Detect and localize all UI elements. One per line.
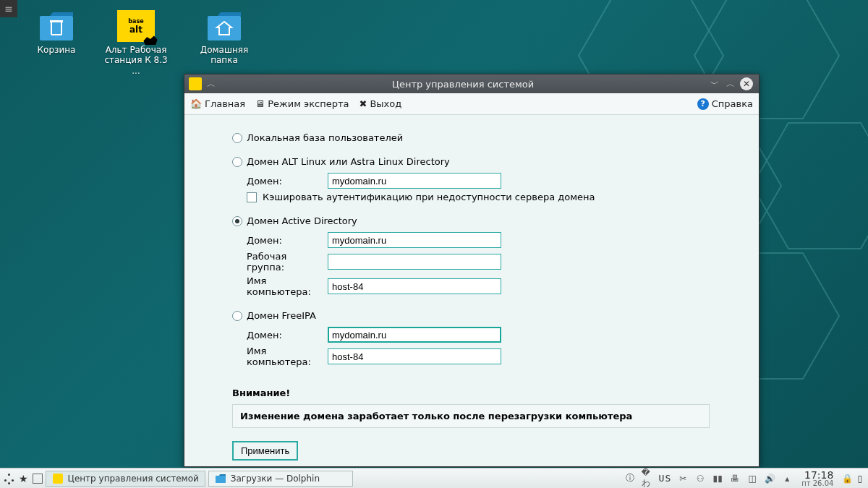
- clipboard-icon[interactable]: ✂: [677, 473, 689, 484]
- control-center-window: ︿ Центр управления системой ﹀ ︿ ✕ 🏠 Глав…: [184, 74, 760, 467]
- trash-label: Корзина: [38, 45, 76, 55]
- toolbar-expert-label: Режим эксперта: [268, 98, 349, 109]
- favorites-icon[interactable]: ★: [19, 473, 28, 484]
- svg-rect-5: [40, 16, 73, 40]
- exit-icon: ✖: [359, 98, 367, 109]
- app-icon: [189, 77, 202, 90]
- info-icon[interactable]: ⓘ: [624, 473, 636, 484]
- radio-altlinux[interactable]: [232, 157, 242, 167]
- ad-domain-label: Домен:: [247, 235, 328, 246]
- folder-icon: [215, 473, 226, 484]
- task-dolphin-label: Загрузки — Dolphin: [231, 474, 320, 484]
- ad-workgroup-label: Рабочая группа:: [247, 251, 328, 273]
- desktop: ≡ Корзина basealt Альт Рабочая станция К…: [0, 0, 868, 488]
- keyboard-layout[interactable]: US: [659, 473, 672, 484]
- alt-label: Альт Рабочая станция К 8.3 ...: [100, 45, 172, 76]
- help-icon: ?: [697, 98, 709, 110]
- cache-auth-checkbox[interactable]: [247, 192, 257, 202]
- trash-icon: [38, 10, 75, 42]
- radio-ad[interactable]: [232, 216, 242, 226]
- updates-icon[interactable]: ◫: [746, 473, 758, 484]
- toolbar-exit-label: Выход: [370, 98, 401, 109]
- ad-host-label: Имя компьютера:: [247, 275, 328, 297]
- radio-local[interactable]: [232, 133, 242, 143]
- attention-label: Внимание!: [232, 388, 739, 398]
- tray-expand-icon[interactable]: ▴: [781, 473, 793, 484]
- shade-up-icon[interactable]: ︿: [205, 77, 218, 90]
- ad-workgroup-input[interactable]: [328, 254, 501, 270]
- app-launcher-icon[interactable]: [4, 474, 14, 484]
- alt-logo-icon: basealt: [117, 10, 155, 42]
- radio-ad-label: Домен Active Directory: [247, 215, 357, 226]
- home-icon: 🏠: [190, 98, 202, 109]
- svg-rect-9: [216, 476, 226, 483]
- ipa-domain-input[interactable]: [328, 327, 501, 343]
- minimize-icon[interactable]: ﹀: [708, 77, 721, 90]
- panel-menu-button[interactable]: ≡: [0, 0, 17, 17]
- network-icon[interactable]: ⚇: [694, 473, 706, 484]
- titlebar[interactable]: ︿ Центр управления системой ﹀ ︿ ✕: [184, 74, 759, 93]
- task-app-icon: [52, 473, 64, 484]
- toolbar-exit[interactable]: ✖ Выход: [359, 98, 402, 109]
- alt-domain-input[interactable]: [328, 173, 501, 189]
- monitor-icon: 🖥: [255, 98, 265, 109]
- radio-local-label: Локальная база пользователей: [247, 132, 403, 143]
- desktop-icon-home[interactable]: Домашняя папка: [188, 10, 260, 66]
- ad-domain-input[interactable]: [328, 232, 501, 248]
- notice-box: Изменение домена заработает только после…: [232, 404, 710, 428]
- task-dolphin[interactable]: Загрузки — Dolphin: [208, 471, 353, 487]
- toolbar: 🏠 Главная 🖥 Режим эксперта ✖ Выход ? Спр…: [184, 93, 759, 115]
- window-title: Центр управления системой: [219, 79, 707, 90]
- content-area: Локальная база пользователей Домен ALT L…: [184, 115, 759, 466]
- peek-desktop[interactable]: ▯: [857, 474, 868, 484]
- lock-icon[interactable]: 🔒: [838, 474, 857, 484]
- ipa-domain-label: Домен:: [247, 330, 328, 341]
- home-label: Домашняя папка: [188, 45, 260, 66]
- show-desktop-icon[interactable]: [33, 474, 43, 484]
- system-tray: ⓘ �わ US ✂ ⚇ ▮▮ 🖶 ◫ 🔊 ▴: [620, 473, 798, 484]
- radio-freeipa[interactable]: [232, 311, 242, 321]
- ipa-host-label: Имя компьютера:: [247, 346, 328, 367]
- apply-button[interactable]: Применить: [232, 441, 298, 461]
- task-control-center[interactable]: Центр управления системой: [46, 471, 205, 487]
- maximize-icon[interactable]: ︿: [724, 77, 737, 90]
- ipa-host-input[interactable]: [328, 348, 501, 364]
- radio-altlinux-label: Домен ALT Linux или Astra Linux Director…: [247, 156, 450, 167]
- svg-rect-8: [208, 16, 241, 40]
- toolbar-expert[interactable]: 🖥 Режим эксперта: [255, 98, 349, 109]
- battery-icon[interactable]: ▮▮: [712, 473, 723, 484]
- svg-rect-7: [50, 20, 63, 22]
- toolbar-main-label: Главная: [205, 98, 245, 109]
- toolbar-help-label: Справка: [712, 98, 753, 109]
- toolbar-help[interactable]: ? Справка: [697, 98, 753, 110]
- usb-icon[interactable]: �わ: [642, 473, 653, 484]
- alt-domain-label: Домен:: [247, 176, 328, 187]
- close-icon[interactable]: ✕: [740, 77, 753, 90]
- clock[interactable]: 17:18 пт 26.04: [797, 470, 838, 487]
- printer-icon[interactable]: 🖶: [729, 473, 741, 484]
- toolbar-main[interactable]: 🏠 Главная: [190, 98, 245, 109]
- clock-time: 17:18: [801, 470, 833, 480]
- clock-date: пт 26.04: [801, 480, 833, 487]
- task-control-center-label: Центр управления системой: [68, 474, 199, 484]
- taskbar: ★ Центр управления системой Загрузки — D…: [0, 468, 868, 488]
- home-folder-icon: [205, 10, 243, 42]
- volume-icon[interactable]: 🔊: [764, 473, 775, 484]
- radio-freeipa-label: Домен FreeIPA: [247, 310, 316, 321]
- svg-marker-3: [752, 123, 868, 249]
- desktop-icon-alt[interactable]: basealt Альт Рабочая станция К 8.3 ...: [100, 10, 172, 76]
- cache-auth-label: Кэшировать аутентификацию при недоступно…: [263, 192, 595, 202]
- desktop-icon-trash[interactable]: Корзина: [20, 10, 93, 55]
- ad-host-input[interactable]: [328, 278, 501, 294]
